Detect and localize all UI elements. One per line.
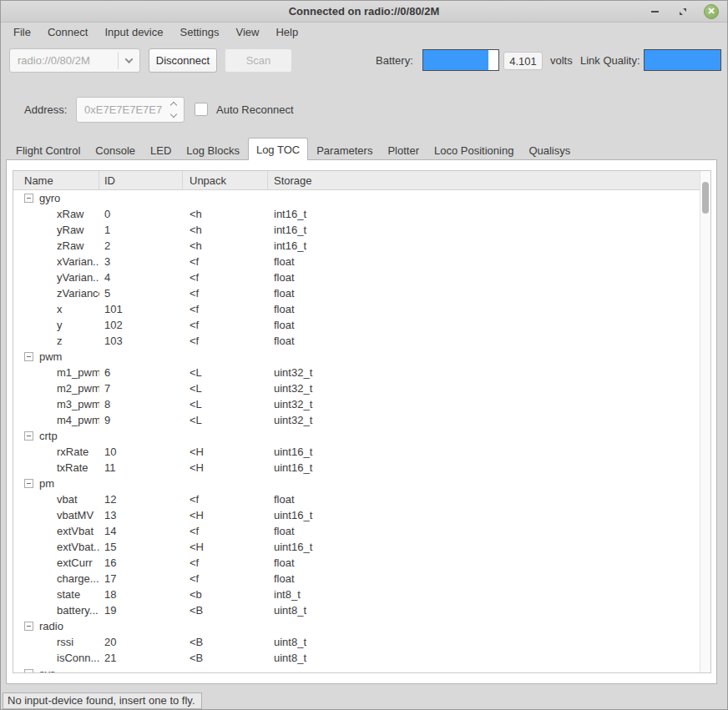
collapse-minus-icon[interactable] <box>24 352 33 361</box>
table-row-gyro-zraw[interactable]: zRaw2<hint16_t <box>13 238 700 254</box>
restore-button[interactable] <box>675 4 690 19</box>
cell-storage: uint8_t <box>268 652 700 664</box>
cell-name: state <box>13 588 99 601</box>
column-header-storage[interactable]: Storage <box>268 171 700 189</box>
spin-up-icon[interactable] <box>170 102 177 108</box>
table-row-pm-vbatmv[interactable]: vbatMV13<Huint16_t <box>13 507 700 523</box>
table-row-crtp-rxrate[interactable]: rxRate10<Huint16_t <box>13 444 700 460</box>
cell-unpack: <f <box>183 493 268 506</box>
address-label: Address: <box>24 103 67 116</box>
group-row-pm[interactable]: pm <box>13 476 700 491</box>
link-quality-progress-fill <box>645 50 720 70</box>
collapse-minus-icon[interactable] <box>24 479 33 488</box>
menu-item-view[interactable]: View <box>227 23 267 42</box>
tab-flight-control[interactable]: Flight Control <box>8 140 88 160</box>
group-row-crtp[interactable]: crtp <box>13 428 700 444</box>
table-row-pm-extcurr[interactable]: extCurr16<ffloat <box>13 555 700 571</box>
group-name-cell: sys <box>13 667 99 672</box>
cell-id: 11 <box>99 461 183 474</box>
table-row-gyro-zvariance[interactable]: zVariance5<ffloat <box>13 285 700 301</box>
close-icon: ✕ <box>707 7 715 16</box>
auto-reconnect-checkbox[interactable] <box>195 103 208 116</box>
collapse-minus-icon[interactable] <box>24 622 33 631</box>
menu-item-file[interactable]: File <box>5 23 39 42</box>
table-row-gyro-yraw[interactable]: yRaw1<hint16_t <box>13 222 700 238</box>
cell-name: extCurr <box>13 556 99 569</box>
cell-unpack: <H <box>183 541 268 553</box>
battery-progress-fill <box>423 50 488 70</box>
address-spinbox[interactable]: 0xE7E7E7E7E7 <box>76 97 185 123</box>
tab-loco-positioning[interactable]: Loco Positioning <box>427 140 521 160</box>
table-row-pm-extvbat[interactable]: extVbat14<ffloat <box>13 523 700 539</box>
group-row-pwm[interactable]: pwm <box>13 349 700 365</box>
collapse-minus-icon[interactable] <box>24 194 33 203</box>
group-row-radio[interactable]: radio <box>13 618 700 634</box>
cell-name: x <box>13 303 99 315</box>
address-row: Address: 0xE7E7E7E7E7 Auto Reconnect <box>1 93 727 138</box>
table-row-gyro-xraw[interactable]: xRaw0<hint16_t <box>13 206 700 222</box>
collapse-minus-icon[interactable] <box>24 431 33 441</box>
connection-uri-combobox[interactable]: radio://0/80/2M <box>9 48 140 73</box>
table-row-gyro-z[interactable]: z103<ffloat <box>13 333 700 349</box>
cell-name: rxRate <box>13 446 99 458</box>
cell-name: yVarian... <box>13 271 99 284</box>
collapse-minus-icon[interactable] <box>24 669 33 672</box>
table-row-pwm-m1-pwm[interactable]: m1_pwm6<Luint32_t <box>13 365 700 380</box>
table-row-pm-state[interactable]: state18<bint8_t <box>13 587 700 602</box>
cell-id: 21 <box>99 652 183 664</box>
menu-item-input-device[interactable]: Input device <box>96 23 171 42</box>
table-row-gyro-x[interactable]: x101<ffloat <box>13 301 700 317</box>
spin-down-icon[interactable] <box>170 111 177 118</box>
tab-console[interactable]: Console <box>88 140 143 160</box>
auto-reconnect-label: Auto Reconnect <box>216 103 294 116</box>
minimize-button[interactable] <box>647 4 662 19</box>
cell-id: 101 <box>99 303 183 315</box>
table-row-pm-vbat[interactable]: vbat12<ffloat <box>13 491 700 507</box>
cell-unpack: <f <box>183 271 268 284</box>
close-button[interactable]: ✕ <box>704 4 719 19</box>
menu-item-help[interactable]: Help <box>267 23 306 42</box>
disconnect-button[interactable]: Disconnect <box>149 48 217 73</box>
cell-storage: float <box>268 303 700 315</box>
tab-log-toc[interactable]: Log TOC <box>248 138 308 160</box>
scrollbar-thumb[interactable] <box>702 182 709 214</box>
menu-item-connect[interactable]: Connect <box>39 23 96 42</box>
table-row-radio-rssi[interactable]: rssi20<Buint8_t <box>13 634 700 650</box>
tab-led[interactable]: LED <box>143 140 179 160</box>
table-row-gyro-y[interactable]: y102<ffloat <box>13 317 700 333</box>
table-row-pm-charge-[interactable]: charge...17<ffloat <box>13 571 700 587</box>
table-row-pm-battery-[interactable]: battery...19<Buint8_t <box>13 602 700 618</box>
cell-unpack: <b <box>183 588 268 601</box>
cell-unpack: <f <box>183 335 268 347</box>
table-row-pm-extvbat-[interactable]: extVbat...15<Huint16_t <box>13 539 700 555</box>
tab-qualisys[interactable]: Qualisys <box>521 140 578 160</box>
table-row-crtp-txrate[interactable]: txRate11<Huint16_t <box>13 460 700 476</box>
tab-plotter[interactable]: Plotter <box>380 140 427 160</box>
battery-progressbar <box>422 49 499 71</box>
statusbar: No input-device found, insert one to fly… <box>3 694 202 707</box>
scan-button[interactable]: Scan <box>225 48 292 73</box>
column-header-name[interactable]: Name <box>13 171 99 189</box>
table-row-gyro-yvarian-[interactable]: yVarian...4<ffloat <box>13 269 700 285</box>
cell-unpack: <f <box>183 556 268 569</box>
cell-id: 1 <box>99 224 183 236</box>
table-row-gyro-xvarian-[interactable]: xVarian...3<ffloat <box>13 254 700 269</box>
column-header-unpack[interactable]: Unpack <box>183 171 268 189</box>
table-row-pwm-m3-pwm[interactable]: m3_pwm8<Luint32_t <box>13 396 700 412</box>
cell-unpack: <H <box>183 446 268 458</box>
group-row-sys[interactable]: sys <box>13 666 700 672</box>
cell-storage: float <box>268 255 700 268</box>
cell-storage: uint8_t <box>268 636 700 648</box>
table-row-pwm-m2-pwm[interactable]: m2_pwm7<Luint32_t <box>13 380 700 396</box>
minimize-icon <box>651 11 659 13</box>
tab-log-blocks[interactable]: Log Blocks <box>179 140 247 160</box>
vertical-scrollbar[interactable] <box>700 171 710 672</box>
tab-parameters[interactable]: Parameters <box>309 140 380 160</box>
cell-storage: uint16_t <box>268 461 700 474</box>
table-row-radio-isconn-[interactable]: isConn...21<Buint8_t <box>13 650 700 666</box>
column-header-id[interactable]: ID <box>99 171 183 189</box>
menu-item-settings[interactable]: Settings <box>171 23 227 42</box>
group-row-gyro[interactable]: gyro <box>13 190 700 206</box>
cell-id: 12 <box>99 493 183 506</box>
table-row-pwm-m4-pwm[interactable]: m4_pwm9<Luint32_t <box>13 412 700 428</box>
